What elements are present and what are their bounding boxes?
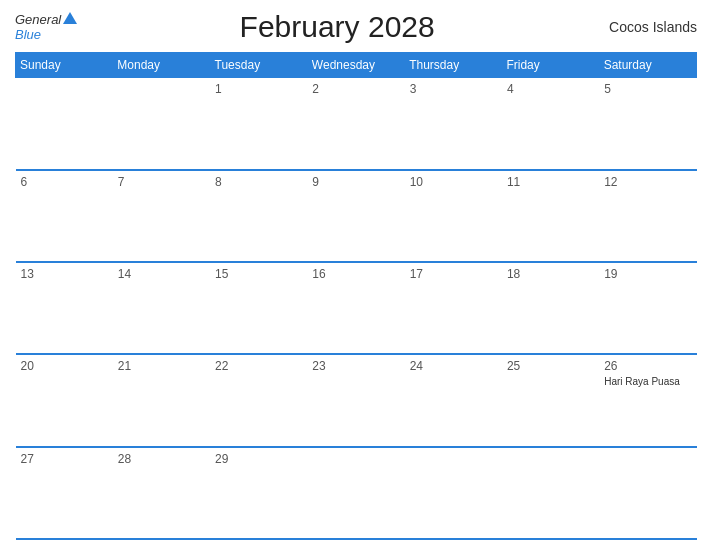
day-number: 13 [21, 267, 108, 281]
weekday-header: Friday [502, 53, 599, 78]
day-number: 1 [215, 82, 302, 96]
day-cell: 15 [210, 262, 307, 354]
day-cell [113, 78, 210, 170]
day-number: 19 [604, 267, 691, 281]
week-row: 12345 [16, 78, 697, 170]
day-cell: 14 [113, 262, 210, 354]
day-cell: 19 [599, 262, 696, 354]
day-number: 18 [507, 267, 594, 281]
day-cell: 16 [307, 262, 404, 354]
calendar-container: General Blue February 2028 Cocos Islands… [0, 0, 712, 550]
day-number: 9 [312, 175, 399, 189]
day-cell: 24 [405, 354, 502, 446]
weekday-header: Wednesday [307, 53, 404, 78]
day-number: 22 [215, 359, 302, 373]
day-number: 26 [604, 359, 691, 373]
day-cell: 12 [599, 170, 696, 262]
day-number: 14 [118, 267, 205, 281]
week-row: 272829 [16, 447, 697, 539]
day-cell: 10 [405, 170, 502, 262]
day-cell: 8 [210, 170, 307, 262]
day-cell: 26Hari Raya Puasa [599, 354, 696, 446]
region-label: Cocos Islands [597, 19, 697, 35]
day-number: 20 [21, 359, 108, 373]
day-cell: 6 [16, 170, 113, 262]
day-number: 16 [312, 267, 399, 281]
day-number: 28 [118, 452, 205, 466]
day-cell: 13 [16, 262, 113, 354]
week-row: 13141516171819 [16, 262, 697, 354]
day-cell: 17 [405, 262, 502, 354]
day-number: 3 [410, 82, 497, 96]
day-number: 24 [410, 359, 497, 373]
weekday-header: Monday [113, 53, 210, 78]
day-cell [307, 447, 404, 539]
calendar-title: February 2028 [77, 10, 597, 44]
calendar-header: SundayMondayTuesdayWednesdayThursdayFrid… [16, 53, 697, 78]
day-number: 5 [604, 82, 691, 96]
day-cell: 4 [502, 78, 599, 170]
day-cell [405, 447, 502, 539]
day-number: 4 [507, 82, 594, 96]
day-cell: 27 [16, 447, 113, 539]
day-cell: 21 [113, 354, 210, 446]
day-number: 15 [215, 267, 302, 281]
calendar-table: SundayMondayTuesdayWednesdayThursdayFrid… [15, 52, 697, 540]
weekday-header: Thursday [405, 53, 502, 78]
logo-general-text: General [15, 12, 77, 27]
header: General Blue February 2028 Cocos Islands [15, 10, 697, 44]
day-cell: 5 [599, 78, 696, 170]
day-cell: 11 [502, 170, 599, 262]
weekday-header: Tuesday [210, 53, 307, 78]
day-cell [599, 447, 696, 539]
day-number: 17 [410, 267, 497, 281]
logo-triangle-icon [63, 12, 77, 24]
day-cell: 22 [210, 354, 307, 446]
day-cell [502, 447, 599, 539]
day-cell: 2 [307, 78, 404, 170]
day-cell: 18 [502, 262, 599, 354]
day-number: 8 [215, 175, 302, 189]
day-number: 11 [507, 175, 594, 189]
day-number: 2 [312, 82, 399, 96]
day-number: 7 [118, 175, 205, 189]
week-row: 6789101112 [16, 170, 697, 262]
day-number: 6 [21, 175, 108, 189]
day-cell: 7 [113, 170, 210, 262]
day-number: 21 [118, 359, 205, 373]
day-number: 23 [312, 359, 399, 373]
week-row: 20212223242526Hari Raya Puasa [16, 354, 697, 446]
day-number: 12 [604, 175, 691, 189]
day-cell: 23 [307, 354, 404, 446]
logo-blue-text: Blue [15, 27, 41, 42]
day-number: 25 [507, 359, 594, 373]
day-number: 10 [410, 175, 497, 189]
day-cell: 29 [210, 447, 307, 539]
day-cell: 28 [113, 447, 210, 539]
day-cell: 3 [405, 78, 502, 170]
logo: General Blue [15, 12, 77, 42]
weekday-row: SundayMondayTuesdayWednesdayThursdayFrid… [16, 53, 697, 78]
day-cell: 20 [16, 354, 113, 446]
event-text: Hari Raya Puasa [604, 375, 691, 388]
day-cell: 1 [210, 78, 307, 170]
weekday-header: Sunday [16, 53, 113, 78]
day-number: 29 [215, 452, 302, 466]
day-number: 27 [21, 452, 108, 466]
day-cell: 9 [307, 170, 404, 262]
weekday-header: Saturday [599, 53, 696, 78]
calendar-body: 1234567891011121314151617181920212223242… [16, 78, 697, 540]
day-cell [16, 78, 113, 170]
day-cell: 25 [502, 354, 599, 446]
